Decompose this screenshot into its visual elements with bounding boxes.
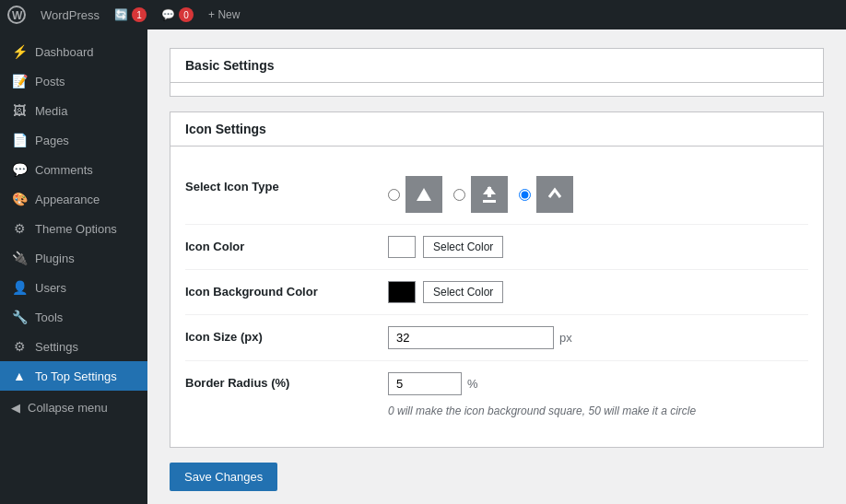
icon-type-options <box>388 176 573 213</box>
sidebar-label-users: Users <box>35 281 66 295</box>
comments-nav-icon: 💬 <box>11 161 28 178</box>
icon-radio-3[interactable] <box>519 189 531 201</box>
posts-icon: 📝 <box>11 73 28 89</box>
icon-bg-color-control: Select Color <box>388 281 808 303</box>
icon-color-select-row: Select Color <box>388 236 503 258</box>
svg-marker-4 <box>483 186 496 194</box>
users-icon: 👤 <box>11 279 28 296</box>
icon-bg-color-label: Icon Background Color <box>185 281 388 299</box>
collapse-menu-label: Collapse menu <box>28 401 108 415</box>
sidebar-label-to-top: To Top Settings <box>35 369 117 383</box>
icon-bg-color-select-row: Select Color <box>388 281 503 303</box>
icon-btn-3[interactable] <box>536 176 573 213</box>
sidebar-label-comments: Comments <box>35 163 93 177</box>
icon-option-3 <box>519 176 573 213</box>
icon-radio-1[interactable] <box>388 189 400 201</box>
svg-marker-2 <box>417 188 431 201</box>
icon-size-label: Icon Size (px) <box>185 326 388 344</box>
border-radius-label: Border Radius (%) <box>185 372 388 390</box>
icon-color-row: Icon Color Select Color <box>185 225 808 270</box>
border-radius-row: Border Radius (%) % 0 will make the icon… <box>185 361 808 428</box>
comments-badge: 0 <box>179 7 194 22</box>
sidebar-item-media[interactable]: 🖼 Media <box>0 96 147 125</box>
icon-btn-2[interactable] <box>471 176 508 213</box>
sidebar-label-appearance: Appearance <box>35 193 100 206</box>
icon-type-control <box>388 176 808 213</box>
icon-btn-1[interactable] <box>405 176 442 213</box>
wp-logo-icon: W <box>7 6 26 24</box>
icon-type-row: Select Icon Type <box>185 165 808 225</box>
border-radius-input[interactable] <box>388 372 462 395</box>
sidebar-item-posts[interactable]: 📝 Posts <box>0 66 147 96</box>
settings-icon: ⚙ <box>11 338 28 355</box>
icon-size-input[interactable] <box>388 326 554 349</box>
sidebar-label-pages: Pages <box>35 134 69 147</box>
svg-text:W: W <box>12 9 23 22</box>
sidebar-label-dashboard: Dashboard <box>35 45 94 59</box>
icon-size-row: Icon Size (px) px <box>185 315 808 361</box>
border-radius-control: % 0 will make the icon background square… <box>388 372 808 417</box>
tools-icon: 🔧 <box>11 309 28 325</box>
icon-settings-header: Icon Settings <box>170 111 824 146</box>
sidebar-label-plugins: Plugins <box>35 252 75 265</box>
icon-settings-body: Select Icon Type <box>170 146 824 448</box>
sidebar-item-comments[interactable]: 💬 Comments <box>0 155 147 184</box>
border-radius-unit: % <box>467 377 478 391</box>
icon-size-input-row: px <box>388 326 572 349</box>
save-button[interactable]: Save Changes <box>170 463 277 491</box>
sidebar-item-settings[interactable]: ⚙ Settings <box>0 332 147 361</box>
basic-settings-header: Basic Settings <box>170 48 824 82</box>
plugins-icon: 🔌 <box>11 250 28 266</box>
sidebar-label-posts: Posts <box>35 75 65 88</box>
arrow-up-icon-3 <box>546 185 564 204</box>
sidebar-item-plugins[interactable]: 🔌 Plugins <box>0 243 147 273</box>
collapse-menu-item[interactable]: ◀ Collapse menu <box>0 394 147 421</box>
new-item[interactable]: + New <box>208 8 240 21</box>
pages-icon: 📄 <box>11 132 28 148</box>
icon-bg-color-button[interactable]: Select Color <box>423 281 503 303</box>
icon-color-button[interactable]: Select Color <box>423 236 503 258</box>
sidebar-item-to-top[interactable]: ▲ To Top Settings <box>0 361 147 391</box>
sidebar-label-media: Media <box>35 104 67 118</box>
collapse-arrow-icon: ◀ <box>11 401 20 415</box>
updates-icon: 🔄 <box>114 8 128 21</box>
icon-radio-2[interactable] <box>453 189 465 201</box>
sidebar-item-users[interactable]: 👤 Users <box>0 273 147 302</box>
svg-rect-5 <box>483 200 496 203</box>
comments-item[interactable]: 💬 0 <box>161 7 194 22</box>
sidebar-label-tools: Tools <box>35 311 63 324</box>
icon-color-label: Icon Color <box>185 236 388 253</box>
sidebar-item-theme-options[interactable]: ⚙ Theme Options <box>0 214 147 243</box>
sidebar-item-dashboard[interactable]: ⚡ Dashboard <box>0 37 147 66</box>
icon-size-control: px <box>388 326 808 349</box>
updates-badge: 1 <box>132 7 147 22</box>
sidebar-item-tools[interactable]: 🔧 Tools <box>0 302 147 332</box>
media-icon: 🖼 <box>11 102 28 119</box>
icon-option-1 <box>388 176 442 213</box>
sidebar-item-appearance[interactable]: 🎨 Appearance <box>0 184 147 214</box>
icon-color-control: Select Color <box>388 236 808 258</box>
content-area: Basic Settings Icon Settings Select Icon… <box>147 29 846 504</box>
updates-item[interactable]: 🔄 1 <box>114 7 147 22</box>
site-name[interactable]: WordPress <box>41 8 100 22</box>
icon-bg-color-swatch[interactable] <box>388 281 416 303</box>
icon-size-unit: px <box>559 331 572 345</box>
icon-type-label: Select Icon Type <box>185 176 388 193</box>
border-radius-helper: 0 will make the icon background square, … <box>388 404 696 417</box>
theme-options-icon: ⚙ <box>11 220 28 237</box>
arrow-up-icon-1 <box>415 185 433 204</box>
icon-option-2 <box>453 176 508 213</box>
border-radius-input-row: % <box>388 372 478 395</box>
appearance-icon: 🎨 <box>11 191 28 207</box>
arrow-up-icon-2 <box>480 185 499 204</box>
sidebar-label-theme-options: Theme Options <box>35 222 117 236</box>
dashboard-icon: ⚡ <box>11 43 28 60</box>
icon-color-swatch[interactable] <box>388 236 416 258</box>
sidebar: ⚡ Dashboard 📝 Posts 🖼 Media 📄 Pages 💬 Co… <box>0 29 147 504</box>
comments-icon: 💬 <box>161 8 175 21</box>
icon-bg-color-row: Icon Background Color Select Color <box>185 270 808 315</box>
to-top-icon: ▲ <box>11 368 28 384</box>
sidebar-item-pages[interactable]: 📄 Pages <box>0 125 147 155</box>
sidebar-label-settings: Settings <box>35 340 78 354</box>
topbar: W WordPress 🔄 1 💬 0 + New <box>0 0 846 29</box>
